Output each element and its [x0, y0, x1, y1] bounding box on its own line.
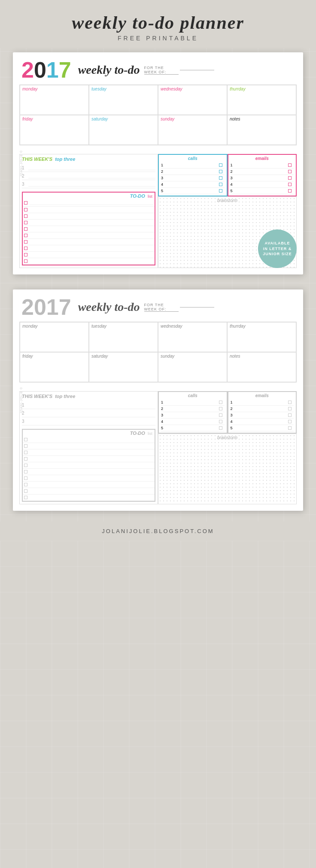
- right-panel-2: calls 1 2 3 4 5 emails 1 2 3 4 5 brainst…: [158, 391, 297, 504]
- call2-item-4: 4: [161, 419, 225, 425]
- calls-header-2: calls: [161, 393, 225, 398]
- email-item-1: 1: [231, 162, 294, 169]
- call2-checkbox-5: [219, 426, 222, 430]
- todo2-checkbox-1: [24, 438, 27, 441]
- todo-item-2-2: [23, 443, 155, 449]
- todo-checkbox-10: [24, 259, 27, 263]
- todo-checkbox-3: [24, 214, 27, 218]
- email2-item-2: 2: [231, 406, 294, 412]
- top-three-item-2-2: 2: [22, 409, 155, 417]
- todo2-checkbox-7: [24, 476, 27, 480]
- todo-item-2-7: [23, 475, 155, 482]
- call-checkbox-4: [219, 183, 222, 186]
- day-label-friday-2: friday: [22, 354, 86, 359]
- top-three-item-2-1: 1: [22, 401, 155, 409]
- day-cell-friday-2: friday: [20, 352, 89, 382]
- todo-item-2-3: [23, 449, 155, 456]
- top-three-item-2-3: 3: [22, 417, 155, 425]
- call-item-4: 4: [161, 181, 225, 188]
- todo-checkbox-1: [24, 201, 27, 205]
- call2-item-5: 5: [161, 425, 225, 431]
- email-checkbox-5: [288, 189, 292, 193]
- day-label-wednesday-1: wednesday: [161, 87, 225, 91]
- call2-item-2: 2: [161, 406, 225, 412]
- planner-top-1: 2 0 1 7 weekly to-do FOR THE WEEK OF:: [19, 59, 297, 81]
- bottom-section-2: THIS WEEK'S top three 1 2 3 TO-DO list: [19, 391, 297, 504]
- email2-checkbox-2: [288, 407, 292, 410]
- day-cell-saturday-2: saturday: [89, 352, 158, 382]
- badge-line1: AVAILABLE: [264, 241, 290, 246]
- todo-section-1: TO-DO list: [22, 192, 155, 265]
- day-label-monday-1: monday: [22, 87, 86, 91]
- day-cell-tuesday-2: tuesday: [89, 322, 158, 352]
- email-item-5: 5: [231, 188, 294, 194]
- todo-item-8: [23, 245, 155, 252]
- todo-items-1: [23, 199, 155, 265]
- todo-item-9: [23, 252, 155, 258]
- week-grid-1: monday tuesday wednesday thurrday friday…: [19, 84, 297, 145]
- email-checkbox-2: [288, 170, 292, 173]
- day-cell-thursday-2: thurrday: [227, 322, 296, 352]
- day-label-notes-2: notes: [230, 354, 294, 359]
- year-digit-0: 0: [34, 59, 46, 81]
- call2-item-1: 1: [161, 399, 225, 406]
- todo-item-2: [23, 207, 155, 213]
- call2-item-3: 3: [161, 412, 225, 419]
- day-label-thursday-2: thurrday: [230, 324, 294, 329]
- todo2-checkbox-4: [24, 457, 27, 461]
- week-of-label-1: FOR THE WEEK OF:: [144, 66, 214, 75]
- email-checkbox-3: [288, 176, 292, 180]
- day-cell-sunday-2: sunday: [158, 352, 227, 382]
- day-cell-tuesday-1: tuesday: [89, 85, 158, 115]
- emails-header-1: emails: [231, 156, 294, 161]
- badge-line3: JUNIOR SIZE: [263, 251, 292, 257]
- day-cell-wednesday-2: wednesday: [158, 322, 227, 352]
- main-title: weekly to-do planner: [9, 13, 307, 33]
- email2-checkbox-3: [288, 413, 292, 417]
- top-three-label-2: top three: [55, 394, 75, 399]
- calls-emails-row-2: calls 1 2 3 4 5 emails 1 2 3 4 5: [158, 391, 297, 434]
- day-label-thursday-1: thurrday: [230, 87, 294, 91]
- footer-text: JOLANIJOLIE.BLOGSPOT.COM: [102, 528, 214, 534]
- emails-section-1: emails 1 2 3 4 5: [228, 154, 297, 196]
- year-display-2: 2 0 1 7: [21, 296, 71, 318]
- todo-list-label-1: list: [148, 194, 152, 199]
- year-digit-2b: 2: [21, 296, 34, 318]
- weekly-todo-heading-1: weekly to-do: [78, 63, 140, 77]
- email2-item-1: 1: [231, 399, 294, 406]
- page-footer: JOLANIJOLIE.BLOGSPOT.COM: [0, 521, 316, 541]
- todo-to-2: TO-DO: [130, 431, 145, 436]
- top-three-label-1: top three: [55, 157, 75, 162]
- this-weeks-label-1: THIS WEEK'S: [22, 157, 52, 162]
- email2-item-5: 5: [231, 425, 294, 431]
- left-panel-1: THIS WEEK'S top three 1 2 3 TO-DO list: [19, 154, 158, 268]
- todo-checkbox-7: [24, 240, 27, 244]
- email-item-2: 2: [231, 169, 294, 175]
- year-digit-2: 2: [21, 59, 34, 81]
- this-weeks-label-2: THIS WEEK'S: [22, 394, 52, 399]
- email2-checkbox-1: [288, 401, 292, 404]
- email2-item-4: 4: [231, 419, 294, 425]
- todo-item-7: [23, 239, 155, 245]
- todo-checkbox-6: [24, 234, 27, 237]
- todo-items-2: [23, 437, 155, 501]
- year-digit-7: 7: [59, 59, 71, 81]
- brainstorm-header-1: brainstorm: [161, 198, 294, 203]
- day-label-tuesday-1: tuesday: [91, 87, 155, 91]
- day-cell-monday-2: monday: [20, 322, 89, 352]
- todo-header-2: TO-DO list: [23, 430, 155, 437]
- call2-checkbox-4: [219, 420, 222, 423]
- top-three-header-2: THIS WEEK'S top three: [22, 394, 155, 399]
- todo-item-1: [23, 199, 155, 207]
- todo2-checkbox-5: [24, 464, 27, 467]
- planner-card-1: JOANI-JOLIE © 2 0 1 7 weekly to-do FOR T…: [13, 52, 303, 274]
- call-checkbox-3: [219, 176, 222, 180]
- badge-line2: IN LETTER &: [263, 246, 292, 252]
- todo-item-2-5: [23, 462, 155, 469]
- week-of-label-2: FOR THE WEEK OF:: [144, 303, 214, 312]
- todo-checkbox-5: [24, 227, 27, 231]
- todo-item-2-1: [23, 437, 155, 443]
- calls-section-2: calls 1 2 3 4 5: [158, 391, 228, 434]
- day-label-sunday-1: sunday: [161, 117, 225, 121]
- email2-checkbox-4: [288, 420, 292, 423]
